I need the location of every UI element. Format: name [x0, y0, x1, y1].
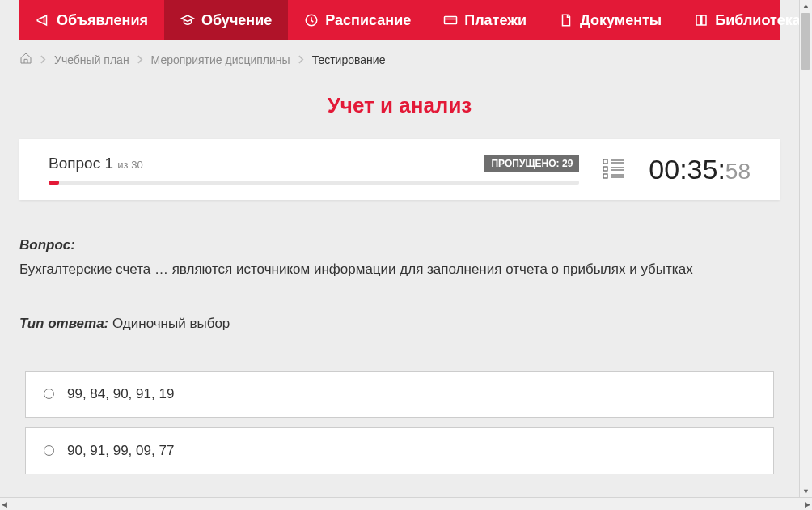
- nav-label: Библиотека: [715, 12, 799, 29]
- nav-announcements[interactable]: Объявления: [19, 0, 164, 40]
- question-list-icon[interactable]: [602, 156, 626, 183]
- nav-documents[interactable]: Документы: [543, 0, 678, 40]
- radio-input[interactable]: [44, 389, 54, 399]
- question-total: 30: [131, 159, 142, 171]
- answer-type-label: Тип ответа:: [19, 316, 108, 331]
- option-label: 90, 91, 99, 09, 77: [67, 443, 174, 459]
- svg-rect-1: [445, 17, 457, 24]
- skipped-badge: ПРОПУЩЕНО: 29: [484, 155, 579, 172]
- question-number: 1: [104, 155, 113, 172]
- of-label: из: [117, 159, 128, 171]
- option-label: 99, 84, 90, 91, 19: [67, 386, 174, 402]
- vertical-scrollbar[interactable]: ▲ ▼: [799, 0, 812, 497]
- radio-input[interactable]: [44, 445, 54, 456]
- answer-type: Тип ответа: Одиночный выбор: [19, 316, 780, 332]
- nav-education[interactable]: Обучение: [164, 0, 288, 40]
- status-card: Вопрос 1 из 30 ПРОПУЩЕНО: 29: [19, 139, 780, 200]
- progress-fill: [49, 181, 59, 185]
- megaphone-icon: [36, 13, 50, 28]
- question-block: Вопрос: Бухгалтерские счета … являются и…: [19, 237, 780, 332]
- page-title: Учет и анализ: [0, 79, 799, 139]
- answer-type-value: Одиночный выбор: [112, 316, 230, 331]
- timer: 00:35:58: [649, 154, 751, 185]
- nav-label: Обучение: [201, 12, 272, 29]
- card-icon: [443, 13, 458, 28]
- horizontal-scrollbar[interactable]: ◀ ▶: [0, 497, 812, 510]
- top-nav: Объявления Обучение Расписание Платежи Д…: [19, 0, 780, 40]
- document-icon: [559, 13, 573, 28]
- nav-schedule[interactable]: Расписание: [288, 0, 427, 40]
- answer-option[interactable]: 90, 91, 99, 09, 77: [25, 427, 774, 474]
- answer-option[interactable]: 99, 84, 90, 91, 19: [25, 371, 774, 418]
- chevron-right-icon: [298, 53, 304, 66]
- nav-label: Платежи: [464, 12, 527, 29]
- question-text: Бухгалтерские счета … являются источнико…: [19, 260, 780, 280]
- answer-options: 99, 84, 90, 91, 19 90, 91, 99, 09, 77: [25, 371, 774, 474]
- progress-bar: [49, 181, 579, 185]
- nav-payments[interactable]: Платежи: [427, 0, 543, 40]
- scroll-right-arrow[interactable]: ▶: [803, 499, 812, 510]
- svg-rect-8: [603, 174, 607, 178]
- skipped-label: ПРОПУЩЕНО:: [491, 158, 559, 169]
- question-prefix: Вопрос: [49, 155, 100, 172]
- nav-label: Расписание: [325, 12, 411, 29]
- nav-library[interactable]: Библиотека: [678, 0, 799, 40]
- svg-rect-2: [603, 159, 607, 164]
- chevron-right-icon: [40, 53, 46, 66]
- breadcrumb: Учебный план Мероприятие дисциплины Тест…: [19, 40, 780, 79]
- scroll-thumb[interactable]: [801, 13, 810, 70]
- nav-label: Документы: [580, 12, 662, 29]
- timer-seconds: 58: [725, 159, 751, 184]
- svg-rect-5: [603, 167, 607, 171]
- breadcrumb-link-event[interactable]: Мероприятие дисциплины: [151, 53, 290, 66]
- breadcrumb-link-plan[interactable]: Учебный план: [54, 53, 129, 66]
- question-counter: Вопрос 1 из 30: [49, 155, 143, 172]
- book-icon: [694, 13, 708, 28]
- scroll-up-arrow[interactable]: ▲: [801, 0, 811, 11]
- clock-icon: [304, 13, 319, 28]
- scroll-left-arrow[interactable]: ◀: [0, 499, 9, 510]
- graduation-icon: [180, 13, 195, 28]
- home-icon[interactable]: [19, 52, 32, 67]
- chevron-right-icon: [137, 53, 143, 66]
- skipped-count: 29: [562, 158, 573, 169]
- nav-label: Объявления: [57, 12, 148, 29]
- scroll-down-arrow[interactable]: ▼: [801, 486, 811, 497]
- timer-main: 00:35:: [649, 154, 725, 185]
- question-heading: Вопрос:: [19, 237, 780, 253]
- breadcrumb-current: Тестирование: [312, 53, 386, 66]
